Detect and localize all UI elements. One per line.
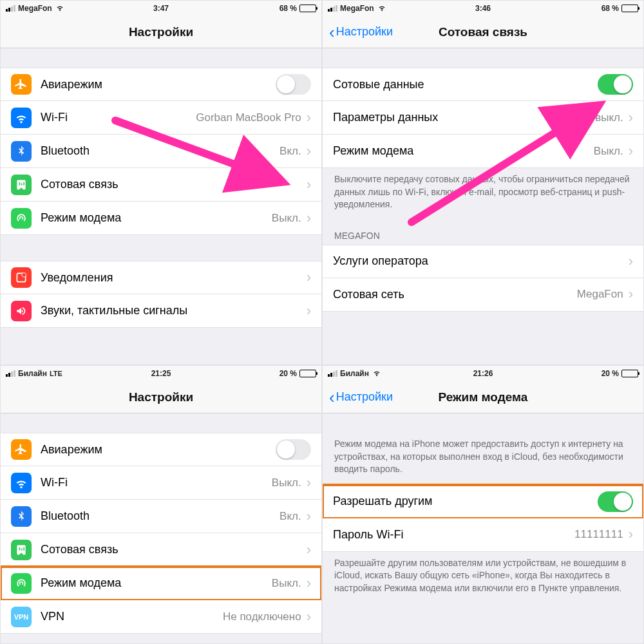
settings-row[interactable]: Режим модема Выкл.› <box>323 135 643 168</box>
airplane-icon <box>11 439 32 460</box>
signal-icon <box>328 370 337 377</box>
svg-point-1 <box>22 273 26 278</box>
notifications-icon <box>11 267 32 288</box>
settings-row[interactable]: Сотовая связь › <box>1 533 321 567</box>
settings-row[interactable]: Wi-Fi Выкл.› <box>1 466 321 500</box>
row-value: Выкл. <box>594 145 623 158</box>
clock: 3:46 <box>475 4 491 13</box>
settings-row[interactable]: Авиарежим <box>1 68 321 101</box>
settings-row[interactable]: Режим модема Выкл.› <box>1 567 321 600</box>
row-value: Роуминг выкл. <box>550 111 623 124</box>
row-value: Вкл. <box>279 510 301 523</box>
chevron-right-icon: › <box>307 109 311 126</box>
settings-row[interactable]: Уведомления › <box>1 261 321 294</box>
bluetooth-icon <box>11 506 32 527</box>
row-value: Gorban MacBook Pro <box>196 111 301 124</box>
bluetooth-icon <box>11 141 32 162</box>
chevron-right-icon: › <box>307 303 311 319</box>
settings-row[interactable]: Bluetooth Вкл.› <box>1 500 321 533</box>
battery-icon <box>299 5 316 12</box>
section-description: Режим модема на iPhone может предоставит… <box>323 433 643 485</box>
carrier-label: MegaFon <box>340 4 374 13</box>
hotspot-icon <box>11 208 32 229</box>
chevron-right-icon: › <box>307 143 311 160</box>
settings-row[interactable]: Параметры данных Роуминг выкл.› <box>323 101 643 135</box>
status-bar: Билайн 21:26 20 % <box>323 366 643 381</box>
settings-row[interactable]: Пароль Wi-Fi 11111111› <box>323 518 643 552</box>
clock: 21:25 <box>151 369 171 378</box>
screenshot-pane: Билайн 21:26 20 % ‹Настройки Режим модем… <box>322 365 644 644</box>
settings-row[interactable]: Сотовые данные <box>323 68 643 101</box>
status-bar: MegaFon 3:46 68 % <box>323 1 643 16</box>
chevron-right-icon: › <box>307 575 311 592</box>
battery-icon <box>621 370 638 377</box>
settings-row[interactable]: Wi-Fi Gorban MacBook Pro› <box>1 101 321 135</box>
status-bar: MegaFon 3:47 68 % <box>1 1 321 16</box>
chevron-right-icon: › <box>629 109 633 126</box>
toggle-switch[interactable] <box>598 74 633 95</box>
row-label: Wi-Fi <box>41 111 196 124</box>
section-header: MEGAFON <box>323 220 643 245</box>
row-label: Bluetooth <box>41 509 279 523</box>
settings-row[interactable]: Услуги оператора › <box>323 245 643 278</box>
carrier-label: Билайн <box>340 369 369 378</box>
screenshot-pane: Билайн LTE 21:25 20 % Настройки Авиарежи… <box>0 365 322 644</box>
network-type: LTE <box>50 370 62 377</box>
settings-row[interactable]: Разрешать другим <box>323 485 643 518</box>
chevron-right-icon: › <box>307 210 311 227</box>
carrier-label: Билайн <box>18 369 47 378</box>
battery-icon <box>621 5 638 12</box>
settings-row[interactable]: Bluetooth Вкл.› <box>1 135 321 168</box>
section-footer: Разрешайте другим пользователям или устр… <box>323 552 643 604</box>
row-label: Сотовые данные <box>333 78 598 91</box>
airplane-icon <box>11 74 32 95</box>
cellular-icon <box>11 175 32 195</box>
back-label: Настройки <box>336 25 393 39</box>
settings-row[interactable]: Сотовая сеть MegaFon› <box>323 278 643 312</box>
settings-row[interactable]: Авиарежим <box>1 433 321 466</box>
row-label: Услуги оператора <box>333 254 629 268</box>
screenshot-pane: MegaFon 3:47 68 % Настройки Авиарежим Wi… <box>0 0 322 365</box>
wifi-icon <box>11 108 32 128</box>
row-value: Вкл. <box>279 145 301 158</box>
signal-icon <box>328 5 337 12</box>
signal-icon <box>6 370 15 377</box>
page-title: Настройки <box>129 390 193 404</box>
nav-bar: ‹Настройки Режим модема <box>323 381 643 413</box>
row-label: Авиарежим <box>41 443 276 457</box>
row-label: Параметры данных <box>333 111 550 124</box>
toggle-switch[interactable] <box>276 439 311 460</box>
chevron-right-icon: › <box>307 269 311 286</box>
row-value: Выкл. <box>272 212 301 225</box>
settings-row[interactable]: Звуки, тактильные сигналы › <box>1 294 321 328</box>
chevron-right-icon: › <box>307 609 311 625</box>
row-value: 11111111 <box>574 528 623 541</box>
vpn-icon: VPN <box>11 607 32 627</box>
settings-row[interactable]: Сотовая связь › <box>1 168 321 202</box>
cellular-icon <box>11 540 32 560</box>
chevron-right-icon: › <box>629 526 633 543</box>
settings-row[interactable]: VPN VPN Не подключено› <box>1 600 321 634</box>
row-value: Не подключено <box>223 611 301 623</box>
screenshot-pane: MegaFon 3:46 68 % ‹Настройки Сотовая свя… <box>322 0 644 365</box>
settings-row[interactable]: Режим модема Выкл.› <box>1 202 321 235</box>
row-label: Пароль Wi-Fi <box>333 528 574 542</box>
back-label: Настройки <box>336 390 393 404</box>
row-label: Сотовая связь <box>41 543 307 556</box>
row-label: Режим модема <box>333 144 594 158</box>
chevron-right-icon: › <box>307 508 311 525</box>
row-label: Wi-Fi <box>41 476 272 489</box>
row-label: Авиарежим <box>41 78 276 91</box>
signal-icon <box>6 5 15 12</box>
nav-bar: ‹Настройки Сотовая связь <box>323 16 643 48</box>
sounds-icon <box>11 301 32 321</box>
row-label: Режим модема <box>41 576 272 590</box>
battery-pct: 20 % <box>279 369 297 378</box>
back-button[interactable]: ‹Настройки <box>329 389 393 406</box>
status-bar: Билайн LTE 21:25 20 % <box>1 366 321 381</box>
toggle-switch[interactable] <box>276 74 311 95</box>
wifi-icon <box>11 473 32 493</box>
network-icon <box>372 369 382 379</box>
back-button[interactable]: ‹Настройки <box>329 24 393 41</box>
toggle-switch[interactable] <box>598 491 633 512</box>
